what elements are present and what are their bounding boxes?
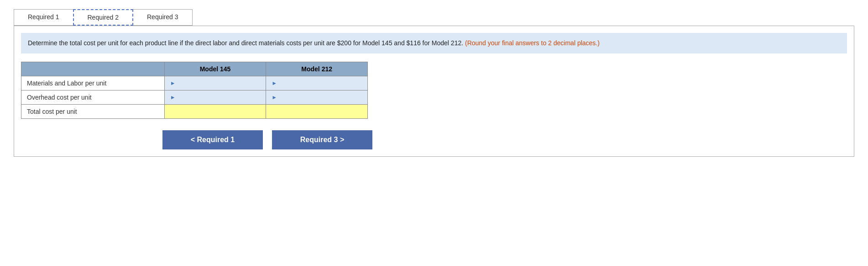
- tab-required1-label: Required 1: [28, 13, 59, 21]
- table-header-model145: Model 145: [164, 62, 266, 76]
- row2-model212-input[interactable]: [279, 94, 362, 101]
- row2-model212-cell: ►: [266, 90, 368, 105]
- row2-model145-cell: ►: [164, 90, 266, 105]
- tab-required1[interactable]: Required 1: [14, 9, 73, 26]
- table-row: Materials and Labor per unit ► ►: [21, 76, 368, 90]
- tab-required3-label: Required 3: [147, 13, 178, 21]
- tab-required3[interactable]: Required 3: [133, 9, 193, 26]
- table-row: Total cost per unit: [21, 105, 368, 119]
- row2-model212-arrow: ►: [272, 94, 277, 101]
- content-area: Determine the total cost per unit for ea…: [14, 26, 854, 157]
- instruction-highlight: (Round your final answers to 2 decimal p…: [465, 39, 600, 47]
- row3-model145-cell: [164, 105, 266, 119]
- row3-model212-cell: [266, 105, 368, 119]
- row1-model145-input[interactable]: [178, 80, 261, 87]
- instruction-text: Determine the total cost per unit for ea…: [28, 39, 463, 47]
- table-header-empty: [21, 62, 165, 76]
- prev-button[interactable]: < Required 1: [162, 130, 263, 149]
- tab-required2-label: Required 2: [88, 14, 119, 21]
- data-table: Model 145 Model 212 Materials and Labor …: [21, 62, 368, 119]
- row2-model145-input[interactable]: [178, 94, 261, 101]
- row3-model212-input[interactable]: [272, 108, 362, 115]
- nav-buttons: < Required 1 Required 3 >: [162, 130, 847, 149]
- next-button[interactable]: Required 3 >: [272, 130, 372, 149]
- instruction-box: Determine the total cost per unit for ea…: [21, 33, 847, 53]
- table-header-model212: Model 212: [266, 62, 368, 76]
- tabs-container: Required 1 Required 2 Required 3: [14, 9, 854, 26]
- row1-model212-cell: ►: [266, 76, 368, 90]
- page-container: Required 1 Required 2 Required 3 Determi…: [0, 0, 868, 266]
- tab-required2[interactable]: Required 2: [73, 9, 134, 26]
- table-row: Overhead cost per unit ► ►: [21, 90, 368, 105]
- row1-model212-input[interactable]: [279, 80, 362, 87]
- row1-model212-arrow: ►: [272, 80, 277, 86]
- row1-model145-arrow: ►: [170, 80, 176, 86]
- row1-model145-cell: ►: [164, 76, 266, 90]
- row2-label: Overhead cost per unit: [21, 90, 165, 105]
- row1-label: Materials and Labor per unit: [21, 76, 165, 90]
- row3-label: Total cost per unit: [21, 105, 165, 119]
- row3-model145-input[interactable]: [170, 108, 261, 115]
- row2-model145-arrow: ►: [170, 94, 176, 101]
